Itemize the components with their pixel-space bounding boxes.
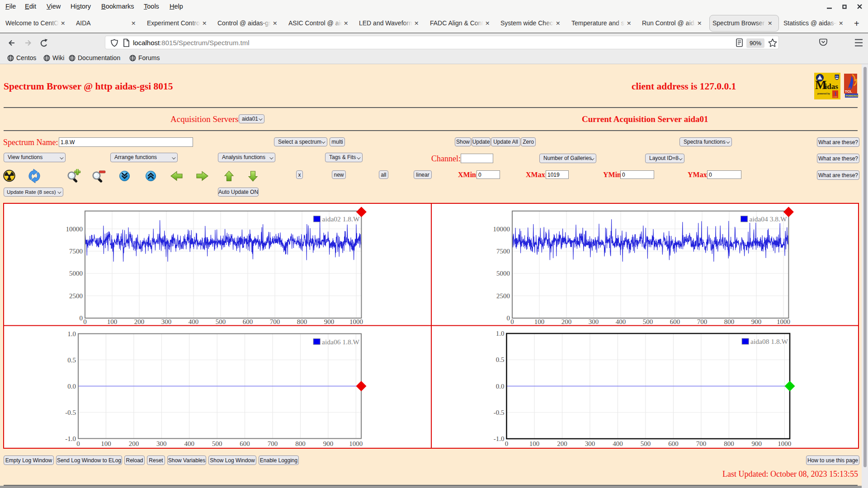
- svg-text:700: 700: [697, 318, 708, 325]
- svg-text:600: 600: [668, 440, 679, 447]
- svg-text:600: 600: [240, 440, 250, 447]
- svg-text:7500: 7500: [69, 248, 83, 255]
- svg-text:aida08 1.8.W: aida08 1.8.W: [750, 338, 788, 345]
- svg-text:1000: 1000: [777, 318, 790, 325]
- svg-text:700: 700: [268, 440, 278, 447]
- svg-text:300: 300: [589, 318, 599, 325]
- svg-text:2500: 2500: [69, 292, 83, 300]
- svg-text:-0.5: -0.5: [494, 409, 505, 416]
- svg-text:200: 200: [561, 318, 572, 325]
- svg-text:400: 400: [189, 318, 199, 325]
- svg-text:300: 300: [161, 318, 172, 325]
- svg-text:7500: 7500: [496, 248, 510, 255]
- svg-text:100: 100: [529, 440, 540, 447]
- svg-text:0.0: 0.0: [67, 383, 76, 390]
- svg-text:0: 0: [510, 318, 514, 325]
- svg-text:1.0: 1.0: [67, 330, 76, 338]
- svg-text:200: 200: [134, 318, 145, 325]
- svg-text:2500: 2500: [496, 292, 510, 300]
- svg-text:0: 0: [505, 440, 509, 447]
- svg-text:10000: 10000: [66, 225, 83, 233]
- svg-text:800: 800: [724, 440, 734, 447]
- svg-text:0: 0: [76, 440, 80, 447]
- svg-text:0.5: 0.5: [67, 357, 76, 364]
- svg-text:-1.0: -1.0: [65, 435, 76, 442]
- svg-text:0: 0: [80, 314, 83, 322]
- svg-text:500: 500: [641, 440, 651, 447]
- svg-text:1000: 1000: [349, 318, 363, 325]
- svg-text:300: 300: [585, 440, 595, 447]
- svg-text:600: 600: [243, 318, 253, 325]
- svg-text:5000: 5000: [496, 270, 510, 277]
- svg-text:10000: 10000: [493, 225, 510, 233]
- svg-text:5000: 5000: [69, 270, 83, 277]
- svg-text:300: 300: [156, 440, 167, 447]
- svg-text:100: 100: [101, 440, 111, 447]
- svg-text:800: 800: [724, 318, 735, 325]
- svg-text:100: 100: [107, 318, 118, 325]
- svg-text:1000: 1000: [349, 440, 363, 447]
- svg-text:-0.5: -0.5: [65, 409, 76, 416]
- svg-text:100: 100: [534, 318, 545, 325]
- svg-text:400: 400: [184, 440, 194, 447]
- svg-text:0: 0: [83, 318, 87, 325]
- svg-text:aida04 3.8.W: aida04 3.8.W: [750, 215, 787, 223]
- svg-text:900: 900: [752, 440, 762, 447]
- svg-text:500: 500: [643, 318, 653, 325]
- svg-text:1000: 1000: [778, 440, 791, 447]
- svg-text:900: 900: [323, 440, 334, 447]
- svg-text:aida06 1.8.W: aida06 1.8.W: [322, 338, 359, 346]
- svg-text:400: 400: [613, 440, 623, 447]
- svg-text:800: 800: [295, 440, 306, 447]
- svg-text:900: 900: [324, 318, 335, 325]
- svg-text:1.0: 1.0: [496, 330, 505, 337]
- svg-text:700: 700: [696, 440, 707, 447]
- svg-text:200: 200: [129, 440, 139, 447]
- svg-text:-1.0: -1.0: [494, 435, 505, 442]
- svg-text:700: 700: [270, 318, 280, 325]
- svg-text:0.0: 0.0: [496, 383, 505, 390]
- svg-text:400: 400: [616, 318, 626, 325]
- svg-text:0: 0: [507, 314, 510, 322]
- svg-text:800: 800: [297, 318, 307, 325]
- svg-text:aida02 1.8.W: aida02 1.8.W: [322, 215, 360, 223]
- svg-text:0.5: 0.5: [496, 356, 505, 363]
- svg-text:200: 200: [557, 440, 567, 447]
- svg-text:500: 500: [216, 318, 226, 325]
- svg-text:600: 600: [670, 318, 680, 325]
- svg-text:900: 900: [751, 318, 762, 325]
- svg-text:500: 500: [212, 440, 222, 447]
